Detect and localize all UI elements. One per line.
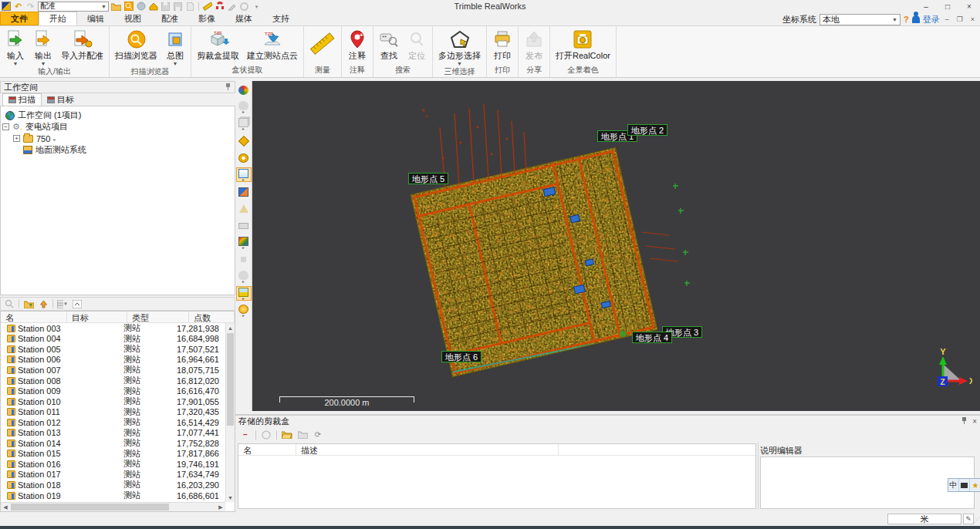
tab-file[interactable]: 文件	[0, 12, 39, 25]
image-display-icon[interactable]: ▸	[236, 286, 252, 301]
maximize-button[interactable]: □	[937, 0, 958, 12]
lighting-icon[interactable]: ▸	[236, 303, 252, 318]
annotations-view-icon[interactable]: ▸	[236, 167, 252, 182]
edit-unit-icon[interactable]: ✎	[963, 514, 974, 524]
tab-view[interactable]: 视图	[114, 12, 151, 25]
3d-viewport[interactable]: ▸ ▸ ▸ ▸ ▸ ▸ ▸	[235, 81, 980, 411]
doc-minimize-button[interactable]: –	[943, 15, 951, 23]
scroll-right-icon[interactable]: ▶	[216, 503, 225, 512]
terrain-point-label[interactable]: 地形点 4	[632, 332, 672, 343]
open-folder-icon[interactable]	[282, 430, 292, 440]
print-button[interactable]: 打印	[488, 27, 516, 64]
point-cloud-canvas[interactable]: 地形点 1 地形点 2 地形点 3 地形点 4 地形点 5 地形点 6 200.…	[252, 81, 980, 411]
doc-close-button[interactable]: ×	[968, 15, 977, 23]
import-button[interactable]: 输入 ▼	[2, 27, 29, 66]
target-select-icon[interactable]	[236, 150, 252, 165]
table-row[interactable]: Station 019测站16,686,601	[1, 490, 225, 501]
tree-item-ground-station[interactable]: 地面测站系统	[1, 144, 235, 156]
measure-tool-icon[interactable]	[202, 2, 212, 12]
table-row[interactable]: Station 015测站17,817,866	[1, 449, 225, 460]
table-row[interactable]: Station 012测站16,514,429	[1, 417, 225, 428]
terrain-point-label[interactable]: 地形点 2	[627, 124, 667, 136]
polygon-select-button[interactable]: 多边形选择 ▼	[434, 27, 485, 66]
column-header-name[interactable]: 名	[1, 312, 67, 322]
pin-icon[interactable]	[225, 83, 231, 93]
clipping-box-table[interactable]: 名 描述	[238, 443, 756, 509]
find-button[interactable]: ** 查找	[375, 27, 403, 64]
description-editor[interactable]	[760, 457, 975, 509]
tab-support[interactable]: 支持	[262, 12, 299, 25]
ime-tools-icon[interactable]: ★	[970, 479, 980, 491]
minimize-button[interactable]: –	[915, 0, 937, 12]
table-row[interactable]: Station 017测站17,634,749	[1, 470, 225, 480]
expand-icon[interactable]: +	[13, 135, 20, 142]
scrollbar-thumb[interactable]	[227, 333, 234, 426]
ime-keyboard-icon[interactable]	[959, 479, 970, 491]
refresh-icon[interactable]: ⟳	[313, 430, 323, 440]
list-view-icon[interactable]: ▼	[57, 299, 68, 309]
create-station-cloud-button[interactable]: TZF 建立测站点云	[243, 27, 302, 64]
tab-targets[interactable]: 目标	[42, 93, 79, 106]
column-header-type[interactable]: 类型	[127, 312, 189, 322]
open-folder-icon[interactable]	[111, 2, 121, 12]
up-arrow-icon[interactable]	[38, 299, 49, 309]
station-table-header[interactable]: 名 目标 类型 点数	[1, 312, 235, 323]
measure-button[interactable]	[306, 27, 340, 64]
coordinate-system-select[interactable]: 本地 ▼	[819, 14, 901, 25]
overview-map-button[interactable]: 总图 ▼	[161, 27, 189, 66]
home-icon[interactable]	[148, 2, 158, 12]
table-row[interactable]: Station 004测站16,684,998	[1, 334, 225, 345]
terrain-point-label[interactable]: 地形点 5	[408, 173, 448, 184]
open-realcolor-button[interactable]: 打开RealColor	[552, 27, 614, 64]
scrollbar-thumb[interactable]	[11, 504, 169, 510]
annotation-magnet-icon[interactable]	[215, 2, 225, 12]
table-row[interactable]: Station 018测站16,203,290	[1, 480, 225, 490]
doc-restore-button[interactable]: ❐	[955, 15, 965, 23]
tab-registration[interactable]: 配准	[151, 12, 188, 25]
table-row[interactable]: Station 006测站16,964,661	[1, 355, 225, 366]
table-row[interactable]: Station 005测站17,507,521	[1, 344, 225, 355]
unit-display[interactable]: 米	[887, 514, 961, 524]
help-button[interactable]: ?	[904, 15, 909, 24]
scroll-up-icon[interactable]: ▲	[226, 323, 235, 332]
color-scale-icon[interactable]: ▸	[236, 235, 252, 250]
column-header-points[interactable]: 点数	[189, 312, 235, 322]
undo-icon[interactable]: ↶	[13, 2, 23, 12]
remove-icon[interactable]: −	[240, 430, 251, 440]
annotation-button[interactable]: + 注释	[343, 27, 371, 64]
table-row[interactable]: Station 008测站16,812,020	[1, 376, 225, 386]
vertical-scrollbar[interactable]: ▲ ▼	[225, 323, 235, 502]
close-button[interactable]: ×	[958, 0, 980, 12]
tab-imaging[interactable]: 影像	[188, 12, 225, 25]
horizontal-scrollbar[interactable]: ◀ ▶	[1, 502, 225, 511]
column-header-description[interactable]: 描述	[296, 444, 559, 455]
table-row[interactable]: Station 014测站17,752,828	[1, 438, 225, 449]
table-row[interactable]: Station 011测站17,320,435	[1, 406, 225, 417]
tab-edit[interactable]: 编辑	[77, 12, 114, 25]
search-icon[interactable]	[123, 2, 133, 12]
pin-icon[interactable]	[961, 416, 968, 426]
column-header-name[interactable]: 名	[238, 444, 296, 455]
properties-icon[interactable]	[72, 299, 83, 309]
table-row[interactable]: Station 009测站16,616,470	[1, 386, 225, 396]
collapse-icon[interactable]: −	[2, 123, 9, 130]
app-icon[interactable]	[2, 2, 11, 11]
table-row[interactable]: Station 007测站18,075,715	[1, 365, 225, 376]
tree-item-project[interactable]: − ⚙. 变电站项目	[1, 121, 235, 133]
folder-up-icon[interactable]	[23, 299, 34, 309]
table-row[interactable]: Station 010测站17,901,055	[1, 396, 225, 407]
tree-item-750[interactable]: + 750 -	[1, 133, 235, 144]
table-row[interactable]: Station 016测站19,746,191	[1, 459, 225, 470]
column-header-target[interactable]: 目标	[67, 312, 127, 322]
close-icon[interactable]: ×	[972, 417, 977, 426]
scan-explorer-button[interactable]: 扫描浏览器	[111, 27, 161, 66]
login-button[interactable]: 登录	[923, 14, 940, 25]
table-row[interactable]: Station 013测站17,077,441	[1, 427, 225, 438]
navigation-tool-icon[interactable]	[236, 133, 252, 148]
terrain-point-label[interactable]: 地形点 6	[441, 351, 482, 362]
clipping-box-extract-button[interactable]: TZF 剪裁盒提取	[193, 27, 243, 64]
scroll-left-icon[interactable]: ◀	[1, 503, 10, 512]
tab-scans[interactable]: 扫描	[2, 93, 42, 106]
tree-item-workspace[interactable]: 工作空间 (1项目)	[1, 110, 235, 121]
resize-grip-icon[interactable]: ⋰	[973, 517, 979, 524]
